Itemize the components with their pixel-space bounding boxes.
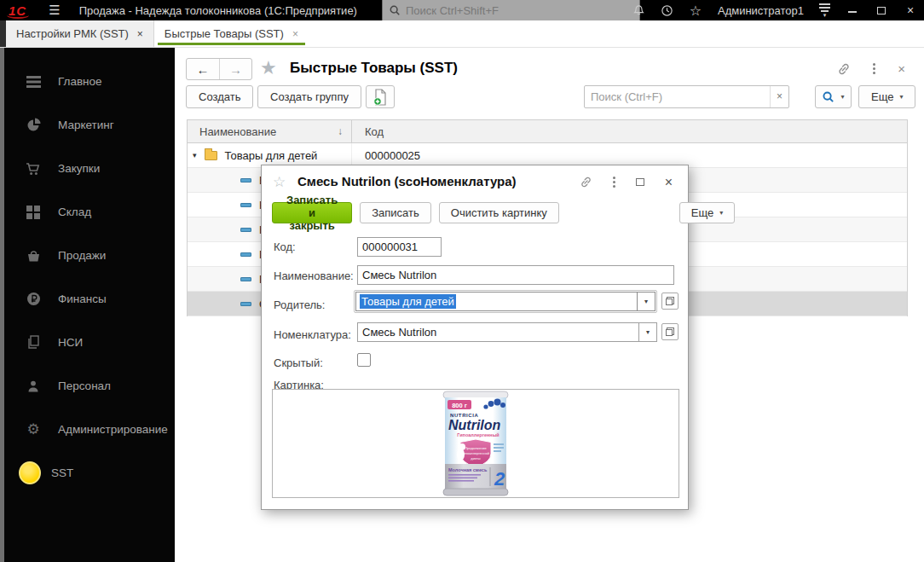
close-window-button[interactable]: × <box>904 3 917 17</box>
item-icon <box>240 178 251 183</box>
code-input[interactable] <box>358 238 441 256</box>
list-search-field[interactable]: × <box>584 85 789 108</box>
tab-label: Настройки РМК (SST) <box>16 27 129 40</box>
dialog-more-button[interactable]: Еще ▾ <box>679 202 735 223</box>
nomenclature-field[interactable]: Смесь Nutrilon ▾ <box>357 322 657 342</box>
sidebar-item-finansy[interactable]: Финансы <box>0 277 175 321</box>
parent-label: Родитель: <box>274 298 325 311</box>
link-icon[interactable] <box>837 62 851 76</box>
dialog-title: Смесь Nutrilon (scoНоменклатура) <box>297 174 517 188</box>
maximize-dialog-icon[interactable] <box>636 178 644 186</box>
tab-nastroyki-rmk[interactable]: Настройки РМК (SST) × <box>6 20 154 47</box>
more-menu-kebab-icon[interactable] <box>613 177 615 188</box>
current-user[interactable]: Администратор1 <box>718 4 804 17</box>
svg-text:Nutrilon: Nutrilon <box>448 418 501 432</box>
search-icon <box>389 4 401 16</box>
name-input[interactable] <box>358 266 673 284</box>
open-in-form-icon <box>666 327 674 336</box>
name-field[interactable] <box>357 265 674 285</box>
sidebar-item-nsi[interactable]: НСИ <box>0 321 175 364</box>
svg-text:2: 2 <box>494 468 505 490</box>
ruble-coin-icon <box>22 292 44 306</box>
pie-chart-icon <box>22 118 44 132</box>
sidebar-item-glavnoe[interactable]: Главное <box>0 60 175 103</box>
folder-icon <box>205 151 217 160</box>
hidden-label: Скрытый: <box>274 356 323 369</box>
sidebar: Главное Маркетинг Закупки Склад Продажи … <box>0 48 175 562</box>
sidebar-item-personal[interactable]: Персонал <box>0 364 175 408</box>
list-search-input[interactable] <box>585 90 770 103</box>
stacked-pages-icon <box>22 335 44 350</box>
parent-field[interactable]: Товары для детей ▾ <box>354 290 657 313</box>
sst-circle-icon <box>19 461 41 484</box>
name-label: Наименование: <box>274 269 354 282</box>
service-settings-icon[interactable]: ▾ <box>819 3 830 17</box>
add-favorite-star-icon[interactable]: ★ <box>260 57 277 79</box>
close-form-icon[interactable]: × <box>898 61 905 76</box>
item-icon <box>240 228 251 232</box>
grid-blocks-icon <box>22 206 44 219</box>
svg-text:диеты: диеты <box>471 456 480 461</box>
titlebar: 1С ☰ Продажа - Надежда толоконникова (1С… <box>0 0 924 20</box>
sidebar-item-zakupki[interactable]: Закупки <box>0 147 175 190</box>
1c-logo: 1С <box>9 3 26 18</box>
parent-open-button[interactable] <box>661 293 679 310</box>
search-icon <box>822 90 834 103</box>
item-icon <box>240 302 251 306</box>
list-more-button[interactable]: Еще ▾ <box>858 85 915 108</box>
expander-icon[interactable]: ▾ <box>193 151 197 159</box>
notifications-bell-icon[interactable] <box>632 4 645 17</box>
tab-close-icon[interactable]: × <box>137 28 143 40</box>
sidebar-edge <box>0 48 4 562</box>
parent-input[interactable]: Товары для детей <box>355 292 638 311</box>
save-and-close-button[interactable]: Записать и закрыть <box>272 202 352 223</box>
favorites-star-icon[interactable]: ☆ <box>689 3 702 19</box>
parent-dropdown-icon[interactable]: ▾ <box>638 292 655 311</box>
create-button[interactable]: Создать <box>186 85 253 108</box>
sidebar-item-sklad[interactable]: Склад <box>0 190 175 234</box>
sidebar-item-administrirovanie[interactable]: ⚙ Администрирование <box>0 408 175 451</box>
advanced-search-button[interactable]: ▾ <box>815 85 852 108</box>
column-header-code[interactable]: Код <box>352 125 384 138</box>
history-clock-icon[interactable] <box>661 4 673 17</box>
nomenclature-open-button[interactable] <box>661 323 679 340</box>
main-menu-icon[interactable]: ☰ <box>49 0 60 20</box>
tab-close-icon[interactable]: × <box>292 28 298 40</box>
parent-selected-text: Товары для детей <box>360 294 456 309</box>
tab-bystrye-tovary[interactable]: Быстрые Товары (SST) × <box>154 20 309 47</box>
global-search-input[interactable] <box>406 4 602 17</box>
restore-button[interactable] <box>875 3 888 17</box>
sidebar-item-sst[interactable]: SST <box>0 451 175 495</box>
clear-search-icon[interactable]: × <box>770 86 788 107</box>
column-header-name[interactable]: Наименование ↓ <box>188 120 352 142</box>
dialog-favorite-star-icon[interactable]: ☆ <box>273 173 286 191</box>
sidebar-item-prodazhi[interactable]: Продажи <box>0 234 175 277</box>
nomenclature-value: Смесь Nutrilon <box>358 323 638 341</box>
hidden-checkbox[interactable] <box>357 353 371 367</box>
menu-lines-icon <box>22 76 44 88</box>
forward-button[interactable]: → <box>219 59 251 79</box>
close-dialog-icon[interactable]: × <box>665 177 673 188</box>
more-menu-kebab-icon[interactable] <box>873 63 875 74</box>
clear-picture-button[interactable]: Очистить картинку <box>439 202 559 223</box>
svg-text:Молочная смесь: Молочная смесь <box>448 467 488 472</box>
sort-down-icon: ↓ <box>338 125 343 137</box>
link-icon[interactable] <box>580 176 592 188</box>
create-new-item-icon-button[interactable] <box>366 85 395 108</box>
code-field[interactable] <box>357 237 442 257</box>
back-button[interactable]: ← <box>187 59 219 79</box>
svg-text:800 г: 800 г <box>452 402 467 409</box>
page-title: Быстрые Товары (SST) <box>290 60 458 77</box>
global-search[interactable] <box>382 0 640 20</box>
nomenclature-dropdown-icon[interactable]: ▾ <box>638 323 656 341</box>
minimize-button[interactable] <box>846 3 859 17</box>
picture-area[interactable]: 800 г NUTRICIA Nutrilon Гипоаллергенный … <box>272 389 679 498</box>
tabbar-edge <box>0 20 6 47</box>
gear-icon: ⚙ <box>22 422 44 437</box>
basket-icon <box>22 249 44 263</box>
create-group-button[interactable]: Создать группу <box>257 85 361 108</box>
save-button[interactable]: Записать <box>360 202 431 223</box>
sidebar-item-marketing[interactable]: Маркетинг <box>0 103 175 147</box>
table-header[interactable]: Наименование ↓ Код <box>188 120 907 143</box>
item-icon <box>240 203 251 207</box>
